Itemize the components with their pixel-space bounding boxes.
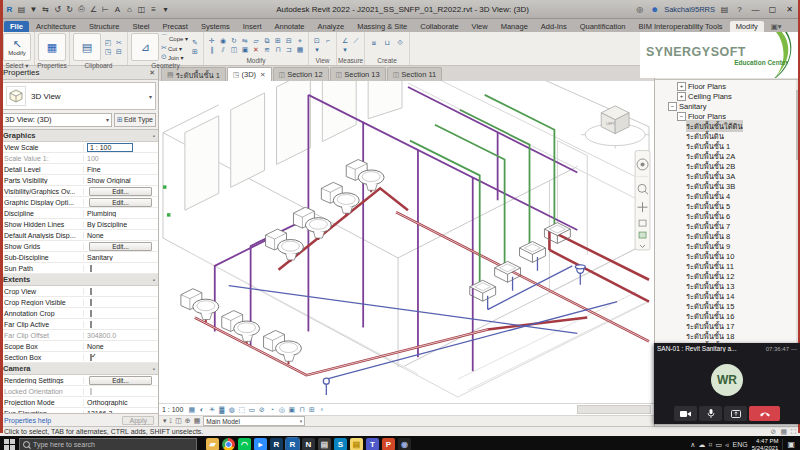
rewind-icon[interactable] bbox=[639, 232, 646, 238]
ribbon-tab-view[interactable]: View bbox=[466, 21, 494, 32]
taskbar-revit-viewer-icon[interactable]: R bbox=[270, 438, 283, 450]
property-checkbox[interactable] bbox=[90, 288, 92, 295]
share-screen-button[interactable] bbox=[724, 406, 747, 421]
ribbon-tab-architecture[interactable]: Architecture bbox=[30, 21, 82, 32]
modify-tool-icon-13[interactable]: ▣ bbox=[240, 45, 250, 54]
end-call-button[interactable] bbox=[749, 406, 780, 421]
modify-tool-icon-10[interactable]: ∥ bbox=[207, 45, 217, 54]
ribbon-tab-insert[interactable]: Insert bbox=[237, 21, 268, 32]
modify-tool-icon-7[interactable]: ⊞ bbox=[273, 36, 283, 45]
help-icon[interactable]: ? bbox=[734, 5, 745, 14]
drawing-area[interactable]: LEFT bbox=[159, 81, 654, 403]
properties-help-link[interactable]: Properties help bbox=[4, 417, 122, 424]
view-tool-icon-3[interactable]: ▾ bbox=[312, 45, 322, 54]
worksets-icon[interactable]: ⟟ bbox=[170, 417, 173, 425]
tree-item-floor-plans[interactable]: +Floor Plans bbox=[655, 81, 800, 91]
cope-button[interactable]: ⊿ bbox=[131, 33, 159, 61]
onedrive-cloud-icon[interactable]: ☁ bbox=[698, 441, 705, 449]
modify-tool-icon-15[interactable]: ≋ bbox=[262, 45, 272, 54]
section-pin-icon[interactable]: ▪ bbox=[153, 366, 155, 372]
zoom-meeting-overlay[interactable]: SAN-01 : Revit Sanitary a... 07:36:47 — … bbox=[654, 343, 800, 424]
viewcube[interactable]: LEFT bbox=[581, 106, 649, 149]
section-header-graphics[interactable]: Graphics▪ bbox=[0, 130, 158, 142]
section-box-handles[interactable] bbox=[163, 185, 170, 216]
create-tool-icon-1[interactable]: ⧈ bbox=[368, 38, 380, 52]
ribbon-tab-item[interactable]: ▣▾ bbox=[765, 21, 788, 32]
ribbon-tab-modify[interactable]: Modify bbox=[730, 21, 764, 32]
measure-tool-icon-3[interactable]: ▾ bbox=[340, 45, 350, 54]
scale-control[interactable]: 1 : 100 bbox=[162, 406, 183, 413]
redo-icon[interactable]: ↻ bbox=[64, 5, 75, 14]
measure-tool-icon-2[interactable]: ⟋ bbox=[351, 36, 361, 45]
ribbon-tab-file[interactable]: File bbox=[4, 21, 29, 32]
taskbar-line-icon[interactable]: ◠ bbox=[238, 438, 251, 450]
properties-toggle-button[interactable]: ▦ bbox=[38, 33, 66, 61]
modify-tool-icon-1[interactable]: ✛ bbox=[207, 36, 217, 45]
battery-icon[interactable]: ▭ bbox=[715, 441, 722, 449]
close-button[interactable]: ✕ bbox=[783, 5, 796, 14]
select-panel-label[interactable]: Select ▾ bbox=[0, 62, 34, 71]
modify-tool-icon-9[interactable]: ⌖ bbox=[295, 36, 305, 45]
app-store-icon[interactable]: ▤ bbox=[719, 5, 730, 14]
taskbar-console-icon[interactable]: ▤ bbox=[318, 438, 331, 450]
more-icon[interactable]: ‹ bbox=[317, 405, 326, 414]
modify-tool-icon-12[interactable]: ◫ bbox=[229, 45, 239, 54]
modify-tool-icon-2[interactable]: ◉ bbox=[218, 36, 228, 45]
reveal-constraints-icon[interactable]: ⊓ bbox=[297, 405, 306, 414]
create-tool-icon-3[interactable]: ⟐ bbox=[394, 38, 406, 52]
modify-tool-icon-8[interactable]: ⊟ bbox=[284, 36, 294, 45]
tag-icon[interactable]: A bbox=[112, 5, 123, 14]
ribbon-tab-manage[interactable]: Manage bbox=[495, 21, 534, 32]
restore-button[interactable]: ▢ bbox=[766, 5, 779, 14]
section-icon[interactable]: ◫ bbox=[136, 5, 147, 14]
modify-tool-button[interactable]: ↖ Modify bbox=[3, 33, 31, 61]
status-filter-icon-3[interactable]: ⛶ bbox=[791, 428, 796, 436]
view-tool-icon-1[interactable]: ⊡ bbox=[312, 36, 322, 45]
view-tab-section-13[interactable]: ◫Section 13 bbox=[330, 67, 386, 81]
customize-icon[interactable]: ▾ bbox=[160, 5, 171, 14]
property-input[interactable]: 1 : 100 bbox=[87, 143, 133, 152]
thin-lines-icon[interactable]: ≡ bbox=[148, 5, 159, 14]
exclude-options-icon[interactable]: ▦ bbox=[194, 417, 201, 425]
mic-button[interactable] bbox=[699, 406, 722, 421]
edit-button[interactable]: Edit... bbox=[89, 187, 152, 196]
volume-icon[interactable]: ◃ bbox=[725, 441, 729, 449]
modify-tool-icon-11[interactable]: ⫽ bbox=[218, 45, 228, 54]
apply-button[interactable]: Apply bbox=[122, 416, 154, 425]
section-header-extents[interactable]: Extents▪ bbox=[0, 274, 158, 286]
ribbon-tab-massing-site[interactable]: Massing & Site bbox=[351, 21, 413, 32]
section-header-camera[interactable]: Camera▪ bbox=[0, 363, 158, 375]
save-icon[interactable]: ▼ bbox=[28, 5, 39, 14]
edit-type-button[interactable]: ⊞ Edit Type bbox=[114, 113, 156, 127]
close-view-icon[interactable]: ✕ bbox=[260, 71, 265, 79]
hide-isolate-icon[interactable]: ◔ bbox=[267, 405, 276, 414]
view-tab-section-11[interactable]: ◫Section 11 bbox=[387, 67, 443, 81]
ribbon-tab-structure[interactable]: Structure bbox=[83, 21, 125, 32]
print-icon[interactable]: ⎙ bbox=[76, 4, 87, 14]
video-button[interactable] bbox=[674, 406, 697, 421]
temporary-properties-icon[interactable]: ▣ bbox=[287, 405, 296, 414]
signed-in-user[interactable]: Sakchai95RRS bbox=[664, 5, 715, 14]
modify-tool-icon-5[interactable]: ▱ bbox=[251, 36, 261, 45]
taskbar-search[interactable]: Type here to search bbox=[19, 438, 197, 450]
visual-style-icon[interactable]: ◐ bbox=[197, 405, 206, 414]
revit-logo-icon[interactable]: R bbox=[4, 5, 15, 14]
clipboard-icon-1[interactable]: ◰ bbox=[103, 38, 113, 47]
taskbar-camera-app-icon[interactable]: ◉ bbox=[398, 438, 411, 450]
vent-pipes-purple[interactable] bbox=[215, 87, 578, 371]
taskbar-teams-icon[interactable]: T bbox=[366, 438, 379, 450]
ribbon-tab-add-ins[interactable]: Add-Ins bbox=[535, 21, 573, 32]
taskbar-powerpoint-icon[interactable]: P bbox=[382, 438, 395, 450]
search-icon[interactable]: ◎ bbox=[634, 5, 645, 14]
modify-tool-icon-17[interactable]: ⊐ bbox=[284, 45, 294, 54]
taskbar-chrome-icon[interactable] bbox=[222, 438, 235, 450]
sun-path-icon[interactable]: ☀ bbox=[207, 405, 216, 414]
geometry-cut-button[interactable]: ✂Cut ▾ bbox=[161, 44, 188, 52]
property-checkbox[interactable] bbox=[90, 299, 92, 306]
undo-icon[interactable]: ↺ bbox=[52, 5, 63, 14]
property-checkbox[interactable] bbox=[90, 265, 92, 272]
modify-tool-icon-4[interactable]: ⇋ bbox=[240, 36, 250, 45]
render-icon[interactable]: ◍ bbox=[227, 405, 236, 414]
ribbon-tab-annotate[interactable]: Annotate bbox=[268, 21, 310, 32]
ribbon-tab-systems[interactable]: Systems bbox=[195, 21, 236, 32]
